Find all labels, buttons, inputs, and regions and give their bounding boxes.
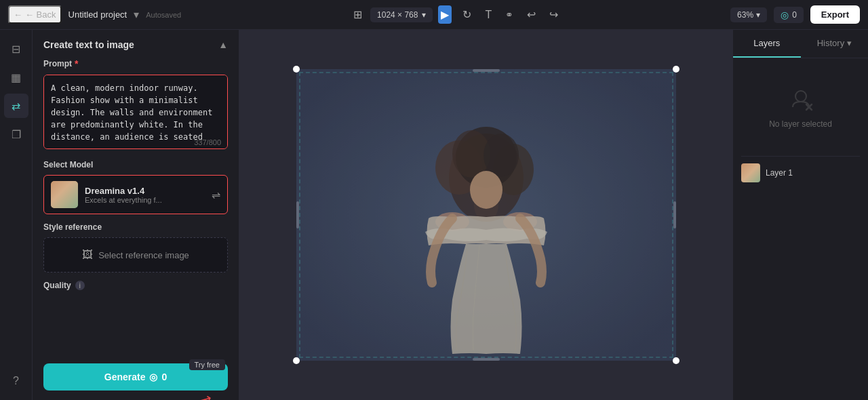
toolbar-icons: ▶ ↻ T ⚭ ↩ ↪ <box>438 5 561 24</box>
back-label: ← Back <box>25 9 56 20</box>
no-layer-area: No layer selected <box>733 58 868 156</box>
style-ref-label-text: Style reference <box>43 222 102 232</box>
sidebar-layers-icon[interactable]: ▦ <box>4 65 28 89</box>
prompt-label-text: Prompt <box>43 59 72 68</box>
model-section: Select Model Dreamina v1.4 Excels at eve… <box>33 160 239 222</box>
text-tool-icon[interactable]: T <box>482 6 494 24</box>
quality-label-text: Quality <box>43 281 71 290</box>
topbar-right: 63% ▾ ◎ 0 Export <box>730 5 860 24</box>
sidebar-help-icon[interactable]: ? <box>4 369 28 393</box>
topbar-center: ⊞ 1024 × 768 ▾ ▶ ↻ T ⚭ ↩ ↪ <box>186 5 725 24</box>
model-section-label: Select Model <box>43 160 228 169</box>
right-panel: Layers History ▾ No layer selected Layer… <box>732 30 868 400</box>
cursor-tool-icon[interactable]: ▶ <box>438 5 452 24</box>
style-ref-image-icon: 🖼 <box>82 249 93 261</box>
back-button[interactable]: ← ← Back <box>8 5 62 24</box>
model-settings-icon[interactable]: ⇌ <box>212 188 220 201</box>
topbar-left: ← ← Back Untitled project ▾ Autosaved <box>8 5 181 24</box>
side-panel: Create text to image ▲ Prompt * 337/800 … <box>33 30 239 400</box>
redo-icon[interactable]: ↪ <box>547 5 561 24</box>
project-dropdown-icon[interactable]: ▾ <box>134 8 139 21</box>
model-info: Dreamina v1.4 Excels at everything f... <box>51 181 162 208</box>
resize-icon[interactable]: ⊞ <box>351 5 365 24</box>
project-title[interactable]: Untitled project <box>68 9 127 20</box>
required-indicator: * <box>75 58 78 69</box>
model-name: Dreamina v1.4 <box>85 186 162 196</box>
tab-layers[interactable]: Layers <box>733 30 801 58</box>
generate-label: Generate <box>104 372 146 382</box>
back-arrow-icon: ← <box>14 9 22 20</box>
sidebar-image-gen-icon[interactable]: ⇄ <box>4 94 28 118</box>
handle-top-right[interactable] <box>673 66 679 73</box>
right-panel-tabs: Layers History ▾ <box>733 30 868 58</box>
no-layer-text: No layer selected <box>769 119 832 129</box>
sidebar-collapse-icon[interactable]: ⊟ <box>4 37 28 61</box>
export-button[interactable]: Export <box>810 5 860 24</box>
model-label-text: Select Model <box>43 160 93 169</box>
model-selector[interactable]: Dreamina v1.4 Excels at everything f... … <box>43 175 228 214</box>
rotate-tool-icon[interactable]: ↻ <box>460 5 474 24</box>
canvas-area[interactable] <box>239 30 732 400</box>
canvas-size-button[interactable]: 1024 × 768 ▾ <box>370 7 433 22</box>
style-ref-placeholder: Select reference image <box>98 250 189 260</box>
zoom-value: 63% <box>737 10 753 20</box>
undo-icon[interactable]: ↩ <box>524 5 538 24</box>
history-chevron-icon: ▾ <box>847 38 852 48</box>
zoom-button[interactable]: 63% ▾ <box>730 7 767 22</box>
panel-header: Create text to image ▲ <box>33 30 239 58</box>
generate-credit-count: 0 <box>161 372 167 382</box>
credit-badge: ◎ 0 <box>774 7 804 23</box>
zoom-chevron-icon: ▾ <box>756 10 760 20</box>
autosaved-status: Autosaved <box>146 11 181 19</box>
history-label: History <box>817 38 844 48</box>
canvas-image-content <box>296 69 676 361</box>
handle-bottom-left[interactable] <box>293 357 300 364</box>
model-desc: Excels at everything f... <box>85 196 162 204</box>
credit-icon: ◎ <box>781 9 789 20</box>
quality-section: Quality i <box>33 281 239 298</box>
sidebar-stack-icon[interactable]: ❐ <box>4 122 28 146</box>
try-free-badge: Try free <box>189 359 226 370</box>
svg-rect-11 <box>296 69 676 361</box>
panel-footer: Try free Generate ◎ 0 ↗ <box>33 357 239 400</box>
layer-thumbnail <box>741 163 760 182</box>
canvas-element <box>296 69 676 361</box>
style-ref-section: Style reference 🖼 Select reference image <box>33 222 239 281</box>
panel-collapse-icon[interactable]: ▲ <box>218 39 228 50</box>
quality-info-icon[interactable]: i <box>75 281 85 290</box>
handle-bottom-right[interactable] <box>673 357 679 364</box>
model-thumb-image <box>51 181 78 208</box>
tab-history[interactable]: History ▾ <box>801 30 869 58</box>
canvas-size-value: 1024 × 768 <box>377 10 418 20</box>
style-ref-label: Style reference <box>43 222 228 232</box>
link-tool-icon[interactable]: ⚭ <box>502 7 516 23</box>
style-ref-box[interactable]: 🖼 Select reference image <box>43 237 228 273</box>
model-text: Dreamina v1.4 Excels at everything f... <box>85 186 162 204</box>
prompt-section: Prompt * 337/800 <box>33 58 239 160</box>
prompt-wrapper: 337/800 <box>43 75 228 152</box>
char-count: 337/800 <box>194 138 221 146</box>
svg-point-12 <box>795 91 806 102</box>
handle-top-left[interactable] <box>293 66 300 73</box>
icon-sidebar: ⊟ ▦ ⇄ ❐ ? <box>0 30 33 400</box>
layer-item[interactable]: Layer 1 <box>733 157 868 189</box>
quality-label: Quality i <box>43 281 228 290</box>
no-layer-icon <box>787 85 814 113</box>
credit-count: 0 <box>792 10 797 20</box>
model-thumbnail <box>51 181 78 208</box>
prompt-section-label: Prompt * <box>43 58 228 69</box>
main-layout: ⊟ ▦ ⇄ ❐ ? Create text to image ▲ Prompt … <box>0 30 868 400</box>
generate-credit-icon: ◎ <box>149 372 157 382</box>
topbar: ← ← Back Untitled project ▾ Autosaved ⊞ … <box>0 0 868 30</box>
panel-title: Create text to image <box>43 39 134 50</box>
canvas-size-chevron-icon: ▾ <box>422 10 426 20</box>
layer-name: Layer 1 <box>766 168 793 178</box>
